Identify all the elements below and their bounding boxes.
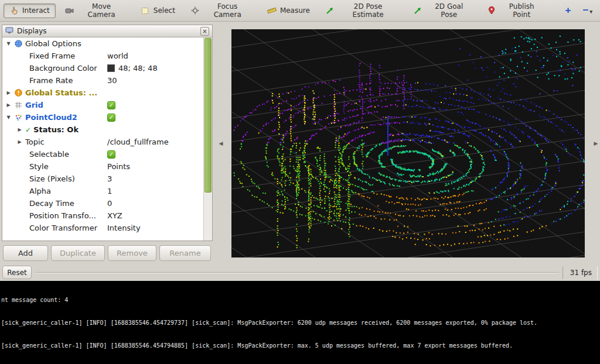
hand-icon (9, 6, 19, 15)
tree-row[interactable]: Color Transformer Intensity (2, 222, 212, 234)
tool-label: 2D Pose Estimate (338, 2, 398, 19)
monitor-icon (5, 27, 13, 36)
terminal[interactable]: nt message count: 4 [sick_generic_caller… (0, 281, 600, 364)
tree-row[interactable]: ▶ Grid ✓ (2, 99, 212, 111)
rviz-window: Interact Move Camera Select Focus Camera… (0, 0, 600, 364)
focus-camera-tool-button[interactable]: Focus Camera (185, 0, 258, 22)
pointcloud-icon (14, 114, 23, 121)
add-display-button[interactable]: Add (3, 245, 48, 261)
status-message-area (35, 272, 559, 273)
property-label: Selectable (29, 150, 69, 159)
camera-icon (65, 6, 74, 15)
property-label: Frame Rate (29, 76, 73, 85)
property-value: XYZ (107, 211, 122, 220)
move-camera-tool-button[interactable]: Move Camera (59, 0, 131, 22)
globe-icon (14, 40, 23, 47)
close-icon[interactable]: × (200, 27, 209, 36)
select-tool-button[interactable]: Select (135, 4, 181, 18)
property-label: Grid (25, 101, 43, 109)
scrollbar-track[interactable] (203, 37, 212, 241)
reset-button[interactable]: Reset (2, 266, 32, 279)
color-swatch[interactable] (107, 64, 115, 72)
tree-row[interactable]: Selectable ✓ (2, 148, 212, 160)
add-tool-button[interactable]: + (561, 4, 575, 18)
remove-display-button[interactable]: Remove (108, 245, 156, 261)
status-ok-icon: ✓ (25, 126, 31, 134)
pose-estimate-tool-button[interactable]: 2D Pose Estimate (319, 0, 404, 22)
property-label: PointCloud2 (25, 113, 77, 122)
chevron-down-icon[interactable]: ▼ (5, 115, 12, 120)
tree-row[interactable]: ▶ ✓ Status: Ok (2, 123, 212, 136)
measure-tool-button[interactable]: Measure (261, 4, 316, 18)
displays-tree: ▼ Global Options Fixed Frame world Backg… (2, 37, 212, 241)
tool-label: Focus Camera (203, 2, 252, 19)
chevron-right-icon[interactable]: ▶ (5, 102, 12, 108)
tool-label: Measure (280, 6, 310, 15)
property-value: 30 (107, 76, 117, 85)
tree-row[interactable]: Alpha 1 (2, 185, 212, 197)
terminal-line: [sick_generic_caller-1] [INFO] [16883855… (1, 319, 599, 327)
property-value: world (107, 51, 128, 60)
tool-label: Interact (22, 6, 50, 15)
checkbox-checked[interactable]: ✓ (107, 150, 115, 159)
collapse-left-icon[interactable]: ◀ (217, 137, 224, 150)
tool-label: Move Camera (77, 2, 125, 19)
collapse-right-icon[interactable]: ▶ (592, 137, 599, 150)
tree-row[interactable]: ▶ Topic /cloud_fullframe (2, 136, 212, 148)
green-arrow-icon (414, 6, 423, 15)
displays-panel: Displays × ▼ Global Options Fixed Frame … (2, 25, 213, 241)
scrollbar-thumb[interactable] (204, 38, 212, 193)
tool-label: 2D Goal Pose (426, 2, 472, 19)
publish-point-tool-button[interactable]: Publish Point (481, 0, 549, 22)
property-label: Topic (25, 138, 45, 146)
tree-row[interactable]: Frame Rate 30 (2, 74, 212, 87)
displays-panel-buttons: Add Duplicate Remove Rename (3, 245, 211, 261)
tree-row[interactable]: ▶ Global Status: ... (2, 87, 212, 99)
status-row: Reset 31 fps (0, 265, 600, 280)
tree-row[interactable]: Style Points (2, 160, 212, 173)
property-value: Intensity (107, 224, 141, 232)
warning-icon (14, 89, 23, 97)
property-label: Color Transformer (29, 224, 97, 232)
property-value: 3 (107, 174, 112, 183)
tree-row[interactable]: Background Color 48; 48; 48 (2, 62, 212, 74)
goal-pose-tool-button[interactable]: 2D Goal Pose (408, 0, 478, 22)
property-label: Global Status: ... (25, 88, 97, 97)
displays-panel-header[interactable]: Displays × (2, 25, 212, 37)
rename-display-button[interactable]: Rename (159, 245, 211, 261)
ruler-icon (267, 6, 277, 15)
tree-row[interactable]: Decay Time 0 (2, 197, 212, 210)
property-label: Decay Time (29, 199, 74, 208)
duplicate-display-button[interactable]: Duplicate (51, 245, 105, 261)
selection-box-icon (141, 6, 150, 15)
chevron-right-icon[interactable]: ▶ (16, 139, 23, 145)
fps-counter: 31 fps (562, 266, 598, 279)
checkbox-checked[interactable]: ✓ (107, 114, 115, 122)
property-value: /cloud_fullframe (107, 138, 169, 146)
tree-row[interactable]: ▼ PointCloud2 ✓ (2, 111, 212, 123)
property-label: Status: Ok (33, 125, 79, 134)
map-pin-icon (487, 6, 496, 15)
property-label: Position Transfo... (29, 211, 96, 220)
interact-tool-button[interactable]: Interact (4, 4, 56, 18)
render-view[interactable] (231, 29, 585, 257)
chevron-right-icon[interactable]: ▶ (5, 90, 12, 95)
tree-row[interactable]: ▼ Global Options (2, 37, 212, 50)
crosshair-icon (190, 6, 200, 15)
property-label: Size (Pixels) (29, 174, 75, 183)
tree-row[interactable]: Position Transfo... XYZ (2, 210, 212, 222)
chevron-down-icon[interactable]: ▼ (5, 41, 12, 46)
terminal-line: nt message count: 4 (1, 296, 599, 304)
tree-row[interactable]: Size (Pixels) 3 (2, 173, 212, 185)
property-value: 1 (107, 187, 112, 195)
tool-label: Select (154, 6, 175, 15)
toolbar: Interact Move Camera Select Focus Camera… (0, 0, 600, 22)
remove-tool-button[interactable]: −▾ (579, 4, 596, 18)
chevron-right-icon[interactable]: ▶ (16, 127, 23, 132)
property-value: 48; 48; 48 (118, 64, 158, 73)
property-value: 0 (107, 199, 112, 208)
green-arrow-icon (325, 6, 335, 15)
property-label: Global Options (25, 39, 81, 48)
tree-row[interactable]: Fixed Frame world (2, 50, 212, 62)
checkbox-checked[interactable]: ✓ (107, 101, 115, 109)
